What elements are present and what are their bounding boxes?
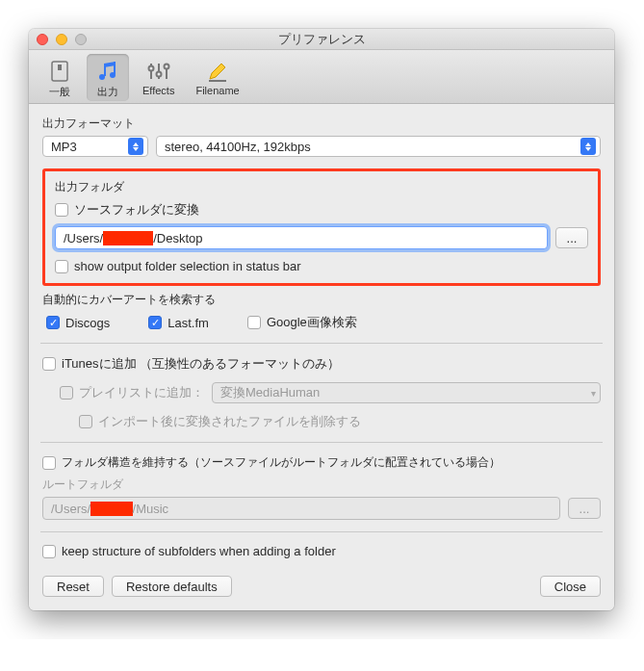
output-path-value: /Users/XXXXXX/Desktop (56, 231, 203, 245)
keep-subfolders-label: keep structure of subfolders when adding… (62, 544, 336, 558)
convert-to-source-label: ソースフォルダに変換 (74, 201, 199, 219)
keep-subfolders-checkbox[interactable] (42, 545, 56, 558)
svg-point-11 (164, 65, 168, 69)
delete-after-label: インポート後に変換されたファイルを削除する (98, 413, 361, 430)
itunes-add-option[interactable]: iTunesに追加 （互換性のあるフォーマットのみ） (42, 355, 601, 373)
playlist-name-value: 変換MediaHuman (220, 384, 320, 401)
toolbar: 一般 出力 Effects Filename (29, 50, 614, 104)
tab-effects-label: Effects (142, 85, 174, 96)
svg-point-9 (148, 66, 153, 71)
discogs-label: Discogs (65, 316, 110, 330)
close-button[interactable]: Close (540, 576, 601, 597)
discogs-checkbox[interactable] (46, 316, 60, 329)
output-folder-label: 出力フォルダ (55, 179, 588, 195)
tab-filename[interactable]: Filename (188, 54, 246, 101)
params-select-value: stereo, 44100Hz, 192kbps (165, 140, 311, 154)
itunes-add-label: iTunesに追加 （互換性のあるフォーマットのみ） (62, 355, 340, 373)
footer-buttons: Reset Restore defaults Close (42, 576, 601, 597)
sliders-icon (146, 58, 171, 85)
output-browse-button[interactable]: ... (555, 227, 588, 248)
playlist-add-checkbox (60, 386, 73, 400)
root-path-value: /Users/XXXXX/Music (43, 502, 168, 516)
reset-button[interactable]: Reset (42, 576, 104, 597)
keep-structure-label: フォルダ構造を維持する（ソースファイルがルートフォルダに配置されている場合） (62, 454, 501, 471)
root-path-field: /Users/XXXXX/Music (42, 497, 560, 520)
divider (40, 531, 603, 532)
titlebar: プリファレンス (29, 29, 614, 50)
convert-to-source-option[interactable]: ソースフォルダに変換 (55, 201, 588, 219)
minimize-window-button[interactable] (56, 34, 67, 45)
music-note-icon (96, 58, 119, 85)
tab-general[interactable]: 一般 (39, 54, 81, 101)
close-window-button[interactable] (37, 34, 48, 45)
google-checkbox[interactable] (247, 316, 261, 329)
codec-select-value: MP3 (51, 140, 77, 154)
tab-general-label: 一般 (49, 85, 70, 99)
svg-rect-1 (58, 65, 62, 70)
playlist-name-select: 変換MediaHuman ▾ (212, 382, 601, 403)
output-path-select[interactable]: /Users/XXXXXX/Desktop (55, 226, 548, 249)
playlist-add-option: プレイリストに追加： (60, 384, 204, 401)
lastfm-option[interactable]: Last.fm (148, 314, 209, 331)
lastfm-checkbox[interactable] (148, 316, 162, 329)
codec-select[interactable]: MP3 (42, 136, 148, 157)
window-controls (37, 34, 87, 45)
keep-structure-checkbox[interactable] (42, 456, 56, 470)
chevron-down-icon: ▾ (591, 388, 596, 399)
show-status-checkbox[interactable] (55, 260, 68, 273)
tab-effects[interactable]: Effects (135, 54, 182, 101)
discogs-option[interactable]: Discogs (46, 314, 110, 331)
output-format-label: 出力フォーマット (42, 116, 601, 132)
tab-output-label: 出力 (97, 85, 118, 99)
tab-filename-label: Filename (195, 85, 239, 96)
itunes-add-checkbox[interactable] (42, 357, 56, 371)
root-browse-button: ... (568, 498, 601, 519)
convert-to-source-checkbox[interactable] (55, 203, 68, 217)
preferences-window: プリファレンス 一般 出力 Effects Filename (29, 29, 614, 610)
chevron-updown-icon (580, 138, 596, 155)
keep-subfolders-option[interactable]: keep structure of subfolders when adding… (42, 544, 601, 558)
restore-defaults-button[interactable]: Restore defaults (112, 576, 232, 597)
maximize-window-button[interactable] (75, 34, 87, 45)
params-select[interactable]: stereo, 44100Hz, 192kbps (156, 136, 601, 157)
google-label: Google画像検索 (267, 314, 357, 331)
show-status-option[interactable]: show output folder selection in status b… (55, 259, 588, 273)
delete-after-option: インポート後に変換されたファイルを削除する (42, 413, 601, 430)
delete-after-checkbox (79, 415, 92, 428)
lastfm-label: Last.fm (167, 316, 209, 330)
content-pane: 出力フォーマット MP3 stereo, 44100Hz, 192kbps 出力… (29, 104, 614, 610)
root-folder-label: ルートフォルダ (42, 477, 601, 493)
redacted-text: XXXXX (90, 502, 132, 516)
pencil-icon (206, 58, 229, 85)
keep-structure-option[interactable]: フォルダ構造を維持する（ソースファイルがルートフォルダに配置されている場合） (42, 454, 601, 471)
switch-icon (50, 58, 69, 85)
chevron-updown-icon (128, 138, 143, 155)
window-title: プリファレンス (29, 31, 614, 48)
google-option[interactable]: Google画像検索 (247, 314, 357, 331)
redacted-text: XXXXXX (103, 231, 153, 245)
divider (40, 343, 603, 344)
playlist-add-label: プレイリストに追加： (79, 384, 204, 401)
show-status-label: show output folder selection in status b… (74, 259, 301, 273)
output-folder-section: 出力フォルダ ソースフォルダに変換 /Users/XXXXXX/Desktop … (42, 168, 601, 286)
tab-output[interactable]: 出力 (87, 54, 129, 101)
divider (40, 442, 603, 443)
coverart-label: 自動的にカバーアートを検索する (42, 292, 601, 308)
svg-point-10 (156, 72, 161, 77)
